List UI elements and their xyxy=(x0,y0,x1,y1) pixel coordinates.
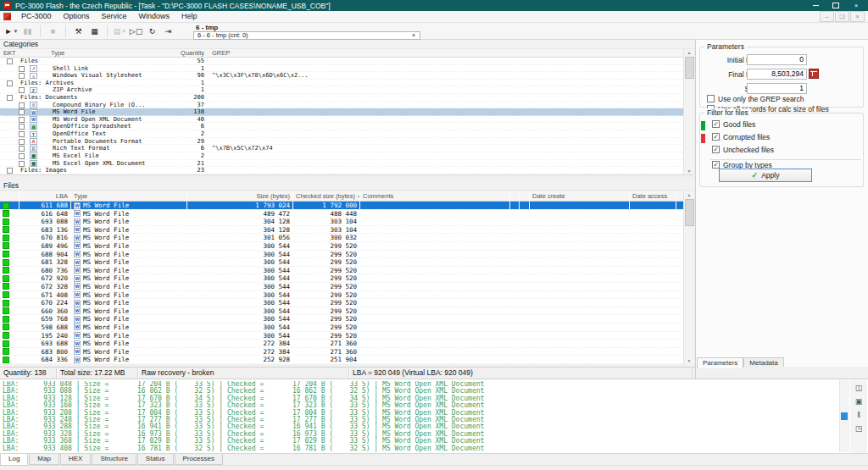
log-save-button[interactable]: ▣ xyxy=(853,395,865,406)
file-row[interactable]: 683 136WMS Word File304 128303 104 xyxy=(0,226,683,235)
file-row[interactable]: 670 224WMS Word File300 544299 520 xyxy=(0,299,683,307)
category-checkbox[interactable] xyxy=(19,102,25,108)
file-row[interactable]: 683 800WMS Word File272 384271 360 xyxy=(0,348,683,357)
category-checkbox[interactable] xyxy=(19,117,25,123)
scroll-down-icon[interactable]: ▼ xyxy=(684,357,694,364)
category-row[interactable]: ≣Compound Binary File (O...37 xyxy=(0,102,683,109)
file-row[interactable]: 671 408WMS Word File300 544299 520 xyxy=(0,291,683,300)
file-row[interactable]: 672 328WMS Word File300 544299 520 xyxy=(0,283,683,291)
category-checkbox[interactable] xyxy=(19,139,25,145)
category-checkbox[interactable] xyxy=(7,80,13,86)
log-scrollbar[interactable] xyxy=(839,380,849,452)
files-col-blank6[interactable] xyxy=(510,191,519,201)
checkbox-use-only-the-grep-search[interactable] xyxy=(707,95,715,102)
menu-item-pc-3000[interactable]: PC-3000 xyxy=(15,11,58,22)
files-col-comments[interactable]: Comments xyxy=(360,191,509,201)
category-checkbox[interactable] xyxy=(19,161,25,167)
category-checkbox[interactable] xyxy=(7,95,13,101)
files-col-blank7[interactable] xyxy=(520,191,529,201)
files-col-checked-size-bytes[interactable]: Checked size (bytes)▼ xyxy=(293,191,359,201)
category-row[interactable]: ↗Shell Link1 xyxy=(0,65,683,73)
param-input-final-lba[interactable]: 8,503,294 xyxy=(747,69,807,80)
file-row[interactable]: 688 904WMS Word File300 544299 520 xyxy=(0,251,683,259)
files-col-type[interactable]: Type xyxy=(71,191,186,201)
close-button[interactable]: × xyxy=(846,0,866,11)
scroll-up-icon[interactable]: ▲ xyxy=(684,49,694,56)
file-row[interactable]: 693 688WMS Word File272 384271 360 xyxy=(0,340,683,348)
file-row[interactable]: 611 688WMS Word File1 793 0241 792 000 xyxy=(0,202,683,210)
categories-col-grep[interactable]: GREP xyxy=(212,49,230,57)
category-row[interactable]: ▦OpenOffice Spreadsheet6 xyxy=(0,123,683,130)
category-checkbox[interactable] xyxy=(19,131,25,137)
categories-scrollbar[interactable]: ▲ ▼ xyxy=(683,49,693,174)
files-col-lba[interactable]: LBA xyxy=(19,191,70,201)
category-row[interactable]: Files: Archives1 xyxy=(0,80,683,87)
category-checkbox[interactable] xyxy=(19,87,25,93)
category-row[interactable]: TOpenOffice Text2 xyxy=(0,130,683,138)
tab-hex[interactable]: HEX xyxy=(60,454,91,465)
mdi-restore-button[interactable]: ❏ xyxy=(835,11,849,22)
start-button[interactable]: ►▼ xyxy=(4,25,19,38)
category-row[interactable]: ▦MS Excel Open XML Document21 xyxy=(0,160,683,168)
checkbox-group-by-types[interactable]: ✓ xyxy=(712,161,720,169)
menu-item-windows[interactable]: Windows xyxy=(133,11,176,22)
reload-task-button[interactable]: ↻ xyxy=(145,25,159,38)
category-checkbox[interactable] xyxy=(19,73,25,79)
file-row[interactable]: 680 736WMS Word File300 544299 520 xyxy=(0,267,683,275)
category-checkbox[interactable] xyxy=(7,168,13,174)
categories-col-type[interactable]: Type xyxy=(51,49,64,57)
menu-item-help[interactable]: Help xyxy=(175,11,203,22)
minimize-button[interactable] xyxy=(805,0,826,11)
category-row[interactable]: APortable Documents Format29 xyxy=(0,138,683,146)
tab-status[interactable]: Status xyxy=(137,454,174,465)
tab-parameters[interactable]: Parameters xyxy=(697,357,743,368)
category-row[interactable]: WMS Word File138 xyxy=(0,108,683,116)
exit-task-button[interactable]: ⇥ xyxy=(161,25,175,38)
tab-log[interactable]: Log xyxy=(0,454,28,466)
restore-button[interactable] xyxy=(826,0,846,11)
menu-item-service[interactable]: Service xyxy=(96,11,133,22)
new-task-button[interactable]: ▷▢ xyxy=(129,25,143,38)
category-row[interactable]: RRich Text Format6^\x7B\x5C\x72\x74 xyxy=(0,145,683,152)
apply-button[interactable]: ✓ Apply xyxy=(719,169,812,182)
category-checkbox[interactable] xyxy=(19,109,25,115)
file-row[interactable]: 689 496WMS Word File300 544299 520 xyxy=(0,242,683,251)
log-export-button[interactable]: ◳ xyxy=(853,423,865,434)
file-row[interactable]: 616 648WMS Word File489 472488 448 xyxy=(0,210,683,218)
category-row[interactable]: Files: Images23 xyxy=(0,167,683,174)
category-checkbox[interactable] xyxy=(19,124,25,130)
files-scrollbar[interactable]: ▲ ▼ xyxy=(683,191,693,364)
log-copy-button[interactable]: ◫ xyxy=(853,382,865,393)
scroll-down-icon[interactable]: ▼ xyxy=(684,168,694,174)
category-row[interactable]: ▦MS Excel File2 xyxy=(0,152,683,160)
category-checkbox[interactable] xyxy=(19,146,25,152)
checkbox-unchecked-files[interactable]: ✓ xyxy=(712,146,720,153)
tab-processes[interactable]: Processes xyxy=(175,454,223,465)
param-input-step[interactable]: 1 xyxy=(747,83,807,94)
categories-col-quantity[interactable]: Quantity xyxy=(138,49,204,57)
mdi-close-button[interactable]: × xyxy=(850,11,865,22)
final-lba-edit-button[interactable] xyxy=(809,69,819,79)
category-checkbox[interactable] xyxy=(7,58,13,64)
log-pause-button[interactable]: ‖ xyxy=(853,409,865,420)
files-col-date-access[interactable]: Date access xyxy=(630,191,676,201)
dropdown-arrow-icon[interactable]: ▼ xyxy=(13,29,18,34)
category-row[interactable]: WMS Word Open XML Document40 xyxy=(0,116,683,124)
files-col-blank0[interactable] xyxy=(0,191,19,201)
menu-item-options[interactable]: Options xyxy=(58,11,96,22)
category-checkbox[interactable] xyxy=(19,66,25,72)
panel-splitter[interactable] xyxy=(0,174,693,181)
scroll-up-icon[interactable]: ▲ xyxy=(684,191,694,198)
checkbox-corrupted-files[interactable]: ✓ xyxy=(712,133,720,141)
files-col-date-create[interactable]: Date create xyxy=(530,191,629,201)
param-input-initial-lba[interactable]: 0 xyxy=(747,54,807,65)
file-row[interactable]: 672 920WMS Word File300 544299 520 xyxy=(0,274,683,283)
tab-structure[interactable]: Structure xyxy=(92,454,136,465)
file-row[interactable]: 670 816WMS Word File301 056300 032 xyxy=(0,234,683,242)
file-row[interactable]: 660 360WMS Word File300 544299 520 xyxy=(0,307,683,316)
file-row[interactable]: 195 240WMS Word File300 544299 520 xyxy=(0,332,683,340)
mdi-minimize-button[interactable]: – xyxy=(820,11,834,22)
file-row[interactable]: 684 336WMS Word File252 928251 904 xyxy=(0,356,683,364)
files-col-size-bytes[interactable]: Size (bytes) xyxy=(187,191,292,201)
tools-button[interactable]: ⚒ xyxy=(71,25,86,38)
